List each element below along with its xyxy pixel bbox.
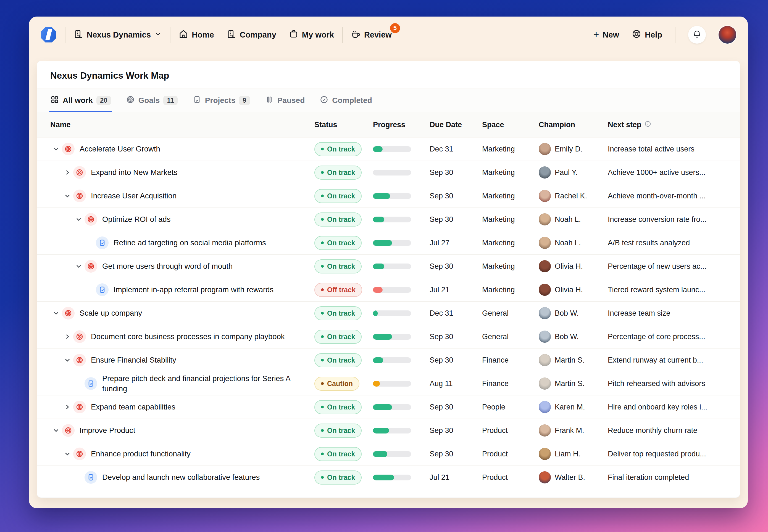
chevron-down-icon[interactable] bbox=[62, 190, 73, 202]
table-row[interactable]: Develop and launch new collaborative fea… bbox=[37, 465, 740, 489]
chevron-down-icon[interactable] bbox=[50, 307, 62, 319]
app-logo-icon[interactable] bbox=[41, 27, 57, 43]
row-name[interactable]: Develop and launch new collaborative fea… bbox=[102, 472, 260, 482]
table-row[interactable]: Enhance product functionalityOn trackSep… bbox=[37, 442, 740, 465]
chevron-down-icon[interactable] bbox=[62, 354, 73, 366]
nav-my-work[interactable]: My work bbox=[289, 29, 334, 41]
row-name[interactable]: Increase User Acquisition bbox=[91, 191, 176, 201]
status-badge[interactable]: On track bbox=[314, 306, 362, 320]
space-name[interactable]: Product bbox=[482, 473, 539, 482]
table-row[interactable]: Accelerate User GrowthOn trackDec 31Mark… bbox=[37, 137, 740, 161]
status-badge[interactable]: Caution bbox=[314, 377, 359, 391]
champion-cell[interactable]: Martin S. bbox=[539, 354, 608, 366]
space-name[interactable]: Marketing bbox=[482, 239, 539, 247]
table-row[interactable]: Refine ad targeting on social media plat… bbox=[37, 231, 740, 254]
status-badge[interactable]: On track bbox=[314, 212, 362, 227]
row-name[interactable]: Optimize ROI of ads bbox=[102, 214, 171, 224]
status-badge[interactable]: On track bbox=[314, 447, 362, 461]
nav-company[interactable]: Company bbox=[227, 29, 276, 41]
champion-cell[interactable]: Emily D. bbox=[539, 143, 608, 155]
space-name[interactable]: Finance bbox=[482, 356, 539, 365]
champion-cell[interactable]: Olivia H. bbox=[539, 284, 608, 296]
space-name[interactable]: People bbox=[482, 403, 539, 411]
champion-cell[interactable]: Paul Y. bbox=[539, 166, 608, 179]
workspace-selector[interactable]: Nexus Dynamics bbox=[74, 29, 161, 41]
tab-all-work[interactable]: All work20 bbox=[50, 89, 111, 112]
status-badge[interactable]: On track bbox=[314, 470, 362, 485]
row-name[interactable]: Expand into New Markets bbox=[91, 167, 177, 177]
row-name[interactable]: Prepare pitch deck and financial project… bbox=[102, 373, 308, 394]
champion-cell[interactable]: Frank M. bbox=[539, 424, 608, 437]
champion-cell[interactable]: Karen M. bbox=[539, 401, 608, 413]
row-name[interactable]: Implement in-app referral program with r… bbox=[113, 284, 274, 295]
tab-projects[interactable]: Projects9 bbox=[193, 89, 250, 112]
row-name[interactable]: Accelerate User Growth bbox=[79, 144, 160, 154]
chevron-right-icon[interactable] bbox=[62, 401, 73, 413]
space-name[interactable]: Marketing bbox=[482, 145, 539, 153]
table-row[interactable]: Get more users through word of mouthOn t… bbox=[37, 254, 740, 278]
tab-goals[interactable]: Goals11 bbox=[126, 89, 177, 112]
status-badge[interactable]: On track bbox=[314, 142, 362, 156]
new-button[interactable]: + New bbox=[593, 30, 619, 40]
status-badge[interactable]: On track bbox=[314, 236, 362, 250]
space-name[interactable]: Marketing bbox=[482, 215, 539, 224]
space-name[interactable]: Product bbox=[482, 450, 539, 458]
chevron-right-icon[interactable] bbox=[62, 331, 73, 342]
space-name[interactable]: Marketing bbox=[482, 168, 539, 177]
row-name[interactable]: Scale up company bbox=[79, 308, 142, 318]
status-badge[interactable]: On track bbox=[314, 353, 362, 367]
space-name[interactable]: General bbox=[482, 332, 539, 341]
row-name[interactable]: Expand team capabilities bbox=[91, 402, 175, 412]
champion-cell[interactable]: Bob W. bbox=[539, 307, 608, 319]
space-name[interactable]: Product bbox=[482, 426, 539, 435]
status-badge[interactable]: On track bbox=[314, 166, 362, 180]
champion-cell[interactable]: Olivia H. bbox=[539, 260, 608, 272]
row-name[interactable]: Enhance product functionality bbox=[91, 449, 190, 459]
champion-cell[interactable]: Walter B. bbox=[539, 471, 608, 483]
champion-cell[interactable]: Noah L. bbox=[539, 213, 608, 225]
row-name[interactable]: Document core business processes in comp… bbox=[91, 331, 285, 342]
space-name[interactable]: Marketing bbox=[482, 262, 539, 271]
nav-review[interactable]: Review 5 bbox=[351, 29, 392, 41]
table-row[interactable]: Optimize ROI of adsOn trackSep 30Marketi… bbox=[37, 208, 740, 231]
space-name[interactable]: Marketing bbox=[482, 192, 539, 200]
tab-paused[interactable]: Paused bbox=[265, 89, 305, 112]
nav-home[interactable]: Home bbox=[179, 29, 214, 41]
table-row[interactable]: Increase User AcquisitionOn trackSep 30M… bbox=[37, 184, 740, 208]
table-row[interactable]: Scale up companyOn trackDec 31GeneralBob… bbox=[37, 301, 740, 325]
status-badge[interactable]: On track bbox=[314, 330, 362, 344]
row-name[interactable]: Ensure Financial Stability bbox=[91, 355, 176, 365]
chevron-down-icon[interactable] bbox=[50, 425, 62, 436]
status-badge[interactable]: On track bbox=[314, 400, 362, 414]
table-row[interactable]: Ensure Financial StabilityOn trackSep 30… bbox=[37, 348, 740, 372]
table-row[interactable]: Document core business processes in comp… bbox=[37, 325, 740, 348]
chevron-right-icon[interactable] bbox=[62, 167, 73, 178]
table-row[interactable]: Prepare pitch deck and financial project… bbox=[37, 372, 740, 395]
champion-cell[interactable]: Martin S. bbox=[539, 377, 608, 390]
table-row[interactable]: Implement in-app referral program with r… bbox=[37, 278, 740, 301]
status-badge[interactable]: On track bbox=[314, 189, 362, 203]
champion-cell[interactable]: Rachel K. bbox=[539, 190, 608, 202]
table-row[interactable]: Expand team capabilitiesOn trackSep 30Pe… bbox=[37, 395, 740, 419]
status-badge[interactable]: On track bbox=[314, 259, 362, 273]
row-name[interactable]: Refine ad targeting on social media plat… bbox=[113, 238, 266, 248]
chevron-down-icon[interactable] bbox=[73, 260, 84, 272]
chevron-down-icon[interactable] bbox=[50, 143, 62, 155]
row-name[interactable]: Improve Product bbox=[79, 425, 135, 435]
chevron-down-icon[interactable] bbox=[62, 448, 73, 460]
table-row[interactable]: Improve ProductOn trackSep 30ProductFran… bbox=[37, 419, 740, 442]
row-name[interactable]: Get more users through word of mouth bbox=[102, 261, 233, 271]
help-button[interactable]: Help bbox=[632, 29, 662, 41]
user-avatar[interactable] bbox=[719, 26, 736, 44]
chevron-down-icon[interactable] bbox=[73, 214, 84, 225]
champion-cell[interactable]: Liam H. bbox=[539, 448, 608, 460]
space-name[interactable]: Finance bbox=[482, 379, 539, 388]
space-name[interactable]: Marketing bbox=[482, 286, 539, 294]
space-name[interactable]: General bbox=[482, 309, 539, 318]
notifications-button[interactable] bbox=[688, 26, 706, 44]
champion-cell[interactable]: Noah L. bbox=[539, 237, 608, 249]
table-row[interactable]: Expand into New MarketsOn trackSep 30Mar… bbox=[37, 161, 740, 184]
champion-cell[interactable]: Bob W. bbox=[539, 331, 608, 343]
tab-completed[interactable]: Completed bbox=[320, 89, 372, 112]
status-badge[interactable]: Off track bbox=[314, 283, 362, 297]
